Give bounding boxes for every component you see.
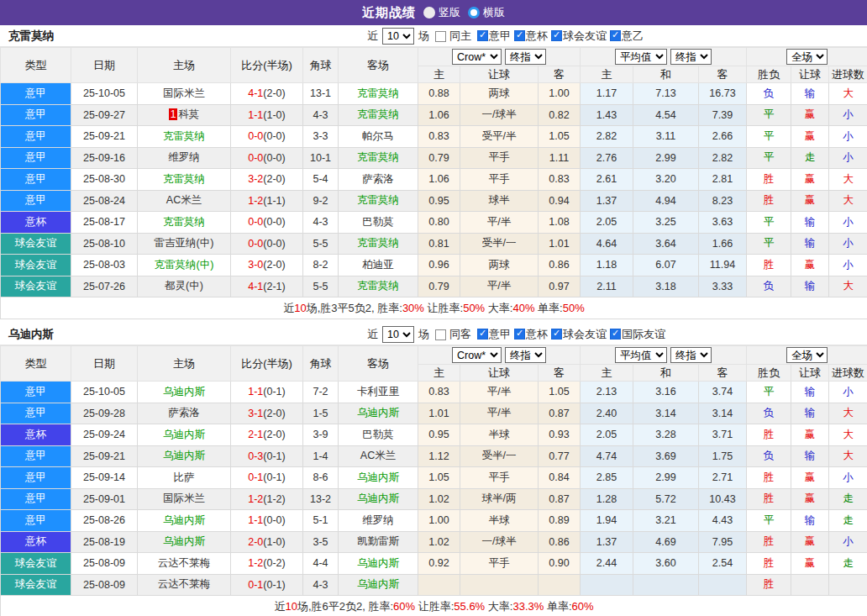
fulltime-score: 0-1	[248, 579, 263, 591]
away-team: 柏迪亚	[362, 259, 394, 271]
odds-home: 0.80	[418, 212, 460, 234]
horizontal-layout-label: 横版	[483, 5, 505, 20]
corner-score: 5-1	[303, 510, 339, 532]
odds-time-select[interactable]: 终指	[505, 347, 546, 363]
league-checkbox[interactable]	[610, 329, 621, 340]
summary-segment: 40%	[512, 302, 534, 314]
avg-draw: 4.54	[633, 104, 699, 126]
home-team-cell: 克雷莫纳	[138, 126, 231, 148]
odds-source-select[interactable]: Crow*	[452, 347, 502, 363]
avg-away: 10.43	[699, 488, 747, 510]
result-handicap: 输	[791, 276, 829, 297]
col-avg-draw: 和	[633, 66, 699, 83]
corner-score: 1-5	[303, 403, 339, 424]
match-date: 25-08-09	[71, 574, 138, 596]
match-row: 意杯 25-08-17 克雷莫纳 0-0(0-0) 4-3 巴勒莫 0.80 平…	[1, 212, 867, 234]
average-time-select[interactable]: 终指	[670, 347, 712, 363]
result-outcome: 胜	[747, 424, 791, 446]
result-handicap: 赢	[791, 531, 829, 553]
avg-away: 2.54	[699, 553, 747, 575]
fulltime-score: 1-2	[248, 493, 263, 505]
odds-home: 0.88	[418, 83, 460, 105]
league-checkbox[interactable]	[514, 30, 525, 41]
result-handicap: 赢	[791, 104, 829, 126]
section-filter-row: 乌迪内斯 近 10 场 同客 意甲意杯球会友谊国际友谊	[0, 324, 867, 345]
league-filter-label: 球会友谊	[563, 29, 607, 44]
odds-time-select[interactable]: 终指	[505, 49, 546, 65]
fulltime-score: 0-0	[248, 152, 263, 164]
result-outcome: 平	[747, 510, 791, 532]
same-side-checkbox[interactable]	[435, 329, 446, 340]
col-corner: 角球	[303, 346, 339, 382]
result-handicap: 赢	[791, 553, 829, 575]
score-cell: 4-1(2-1)	[231, 276, 303, 297]
corner-score: 8-2	[303, 255, 339, 276]
summary-segment: 场,胜3平5负2, 胜率:	[307, 302, 402, 314]
league-checkbox[interactable]	[477, 30, 488, 41]
team-section: 乌迪内斯 近 10 场 同客 意甲意杯球会友谊国际友谊 类型 日期 主场 比分(…	[0, 324, 867, 616]
league-filter: 意甲	[474, 327, 511, 342]
score-cell: 0-0(0-0)	[231, 147, 303, 169]
match-date: 25-09-24	[71, 424, 138, 446]
odds-handicap	[460, 574, 539, 596]
fulltime-select[interactable]: 全场	[786, 347, 828, 363]
league-badge: 意甲	[1, 169, 71, 191]
away-team: 克雷莫纳	[357, 280, 399, 292]
match-row: 意甲 25-10-05 国际米兰 4-1(2-0) 13-1 克雷莫纳 0.88…	[1, 83, 867, 105]
average-select[interactable]: 平均值	[615, 347, 667, 363]
corner-score: 13-2	[303, 488, 339, 510]
home-team-cell: 乌迪内斯	[138, 531, 231, 553]
score-cell: 0-0(0-0)	[231, 212, 303, 234]
odds-home: 1.00	[418, 510, 460, 532]
league-checkbox[interactable]	[477, 329, 488, 340]
horizontal-layout-radio[interactable]	[468, 7, 480, 18]
away-team: 乌迪内斯	[357, 407, 399, 419]
league-checkbox[interactable]	[551, 329, 562, 340]
league-filter: 球会友谊	[548, 327, 607, 342]
match-date: 25-09-14	[71, 467, 138, 489]
col-result-handicap: 让球	[791, 66, 829, 83]
score-cell: 1-1(0-1)	[231, 382, 303, 403]
avg-draw: 6.07	[633, 255, 699, 276]
same-side-checkbox[interactable]	[435, 31, 446, 42]
odds-handicap: 平手	[460, 467, 539, 489]
league-filter-label: 球会友谊	[563, 327, 607, 342]
avg-home: 1.37	[581, 190, 633, 212]
rounds-select[interactable]: 10	[382, 326, 414, 343]
rounds-select[interactable]: 10	[382, 28, 414, 45]
away-team-cell: 克雷莫纳	[339, 233, 418, 255]
result-handicap	[791, 574, 829, 596]
avg-home: 2.61	[581, 169, 633, 191]
odds-away: 0.86	[539, 255, 581, 276]
avg-draw: 3.16	[633, 382, 699, 403]
avg-home: 2.05	[581, 212, 633, 234]
average-time-select[interactable]: 终指	[670, 49, 712, 65]
match-date: 25-08-19	[71, 531, 138, 553]
league-checkbox[interactable]	[514, 329, 525, 340]
corner-score: 3-9	[303, 424, 339, 446]
odds-source-select[interactable]: Crow*	[452, 49, 502, 65]
fulltime-score: 3-2	[248, 173, 263, 185]
league-badge: 意甲	[1, 403, 71, 424]
average-select[interactable]: 平均值	[615, 49, 667, 65]
match-row: 意甲 25-09-21 克雷莫纳 0-0(0-0) 3-3 帕尔马 0.83 受…	[1, 126, 867, 148]
league-checkbox[interactable]	[551, 30, 562, 41]
match-date: 25-09-01	[71, 488, 138, 510]
odds-handicap: 一/球半	[460, 104, 539, 126]
fulltime-score: 2-0	[248, 536, 263, 548]
corner-score: 8-6	[303, 467, 339, 489]
league-checkbox[interactable]	[610, 30, 621, 41]
fulltime-select[interactable]: 全场	[786, 49, 828, 65]
home-team-cell: 比萨	[138, 467, 231, 489]
result-goals: 大	[829, 83, 867, 105]
col-corner: 角球	[303, 48, 339, 83]
league-filters: 意甲意杯球会友谊国际友谊	[474, 327, 665, 343]
league-filter-label: 意甲	[489, 327, 511, 342]
home-team-cell: 乌迪内斯	[138, 382, 231, 403]
avg-away	[699, 574, 747, 596]
col-result-outcome: 胜负	[747, 365, 791, 382]
league-badge: 球会友谊	[1, 553, 71, 575]
result-outcome: 胜	[747, 574, 791, 596]
score-cell: 2-0(1-0)	[231, 531, 303, 553]
vertical-layout-radio[interactable]	[423, 7, 435, 18]
